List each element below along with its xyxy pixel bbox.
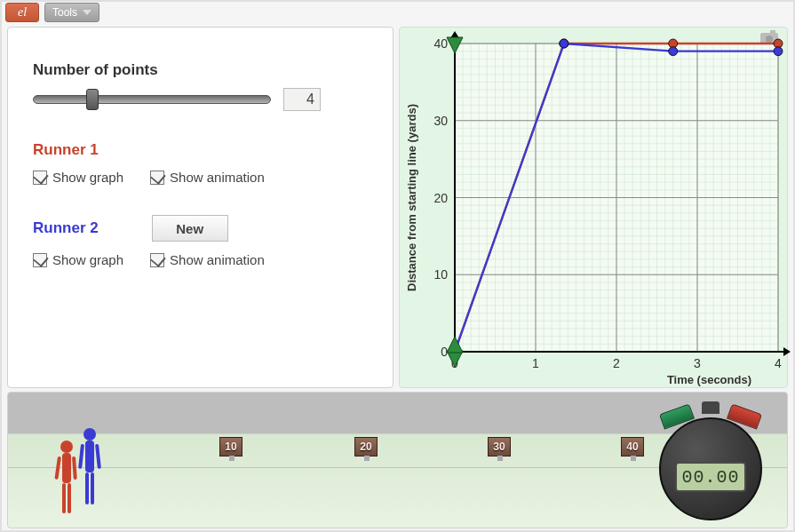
runner1-show-anim-checkbox[interactable]: Show animation [150, 170, 265, 185]
chart-svg[interactable]: 01234010203040Time (seconds)Distance fro… [400, 28, 791, 389]
axis-handle[interactable] [447, 351, 463, 367]
runner2-show-graph-label: Show graph [52, 252, 123, 267]
app-root: el Tools Number of points Runner 1 Show … [0, 0, 795, 532]
controls-panel: Number of points Runner 1 Show graph Sho… [7, 27, 394, 388]
svg-rect-110 [62, 453, 71, 483]
distance-marker: 30 [488, 437, 511, 457]
tools-menu-label: Tools [52, 6, 77, 19]
points-heading: Number of points [33, 61, 368, 79]
runner2-options: Show graph Show animation [33, 252, 368, 267]
brand-logo: el [5, 3, 39, 22]
chart-point[interactable] [560, 39, 568, 48]
svg-point-109 [60, 441, 73, 453]
distance-marker: 40 [621, 437, 644, 457]
svg-rect-120 [95, 444, 101, 469]
chart-point[interactable] [669, 47, 678, 56]
distance-marker: 10 [219, 437, 242, 457]
points-slider-row [33, 88, 368, 111]
svg-text:10: 10 [433, 267, 448, 282]
track-panel: 10203040 00.00 [7, 392, 788, 528]
runner1-show-anim-label: Show animation [170, 170, 265, 185]
chevron-down-icon [83, 10, 91, 15]
runner2-header-row: Runner 2 New [33, 215, 368, 242]
svg-text:Time (seconds): Time (seconds) [667, 373, 751, 386]
checkbox-icon [150, 171, 164, 185]
svg-text:1: 1 [532, 356, 539, 370]
runner1-show-graph-checkbox[interactable]: Show graph [33, 170, 123, 185]
svg-text:40: 40 [433, 36, 448, 51]
stopwatch-display: 00.00 [675, 462, 746, 492]
checkbox-icon [33, 171, 47, 185]
stopwatch-knob[interactable] [702, 401, 719, 414]
svg-text:20: 20 [433, 191, 448, 205]
svg-rect-113 [54, 457, 61, 480]
svg-text:Distance from starting line (y: Distance from starting line (yards) [405, 104, 418, 291]
tools-menu-button[interactable]: Tools [44, 3, 99, 22]
svg-rect-116 [85, 441, 94, 472]
svg-rect-114 [72, 457, 77, 480]
svg-rect-112 [68, 483, 71, 513]
distance-marker: 20 [354, 437, 378, 457]
svg-rect-111 [62, 483, 66, 513]
points-input[interactable] [283, 88, 321, 111]
svg-rect-118 [91, 472, 94, 504]
runner2-show-graph-checkbox[interactable]: Show graph [33, 252, 123, 267]
svg-text:4: 4 [775, 356, 782, 370]
svg-rect-119 [78, 444, 84, 469]
toolbar: el Tools [2, 2, 793, 23]
svg-text:30: 30 [433, 114, 448, 128]
checkbox-icon [33, 253, 47, 267]
points-slider-knob[interactable] [86, 89, 99, 110]
svg-rect-117 [85, 472, 89, 504]
svg-text:2: 2 [613, 356, 620, 370]
svg-marker-104 [783, 347, 791, 356]
main-area: Number of points Runner 1 Show graph Sho… [2, 23, 793, 392]
runner1-options: Show graph Show animation [33, 170, 368, 185]
runner2-show-anim-checkbox[interactable]: Show animation [150, 252, 265, 267]
runner1-title: Runner 1 [33, 141, 368, 159]
runner2-show-anim-label: Show animation [170, 252, 265, 267]
chart-panel: 01234010203040Time (seconds)Distance fro… [399, 27, 788, 388]
svg-text:3: 3 [694, 356, 701, 370]
chart-point[interactable] [774, 47, 783, 56]
svg-point-115 [83, 428, 96, 441]
checkbox-icon [150, 253, 164, 267]
runner1-figure [54, 439, 79, 519]
runner2-figure [77, 426, 102, 512]
stopwatch: 00.00 [648, 401, 773, 522]
points-slider[interactable] [33, 95, 271, 104]
runner1-show-graph-label: Show graph [52, 170, 123, 185]
runner2-title: Runner 2 [33, 219, 99, 237]
new-button[interactable]: New [152, 215, 228, 242]
